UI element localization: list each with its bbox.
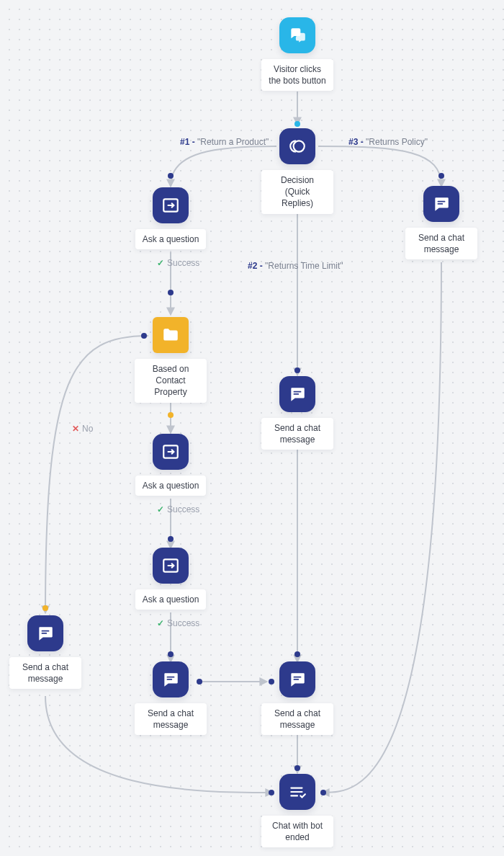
svg-rect-17 [294,391,302,393]
node-label: Ask a question [135,589,207,610]
svg-rect-20 [294,679,300,680]
node-decision[interactable]: Decision (Quick Replies) [261,128,333,214]
port-dot [168,412,174,418]
chat-icon [27,615,63,651]
port-dot [438,173,444,179]
node-ask-question-3[interactable]: Ask a question [135,548,207,610]
port-dot [168,173,174,179]
end-icon [279,774,315,810]
decision-icon [279,128,315,164]
input-icon [153,548,189,584]
input-icon [153,187,189,223]
node-label: Ask a question [135,229,207,249]
svg-rect-18 [294,393,300,395]
node-label: Visitor clicks the bots button [261,59,333,91]
chat-icon [153,661,189,697]
svg-rect-15 [167,677,175,678]
branch-1-label: #1 - "Return a Product" [180,137,269,147]
branch-3-label: #3 - "Returns Policy" [348,137,428,147]
node-label: Decision (Quick Replies) [261,170,333,214]
folder-icon [153,317,189,353]
port-dot [294,651,300,657]
svg-rect-19 [294,677,302,678]
svg-rect-14 [42,633,48,634]
port-dot [168,536,174,542]
node-label: Based on Contact Property [135,359,207,403]
port-dot [168,290,174,295]
port-dot [294,367,300,373]
port-dot [168,651,174,657]
input-icon [153,434,189,470]
port-dot [42,605,48,611]
branch-2-label: #2 - "Returns Time Limit" [248,261,343,271]
node-label: Send a chat message [261,703,333,735]
chat-icon [423,186,459,222]
node-end[interactable]: Chat with bot ended [261,774,333,847]
svg-rect-21 [438,201,446,202]
chat-icon [279,661,315,697]
node-send-chat-mid[interactable]: Send a chat message [261,376,333,450]
status-success-1: ✓Success [157,258,199,268]
node-label: Send a chat message [135,703,207,735]
node-send-chat-left[interactable]: Send a chat message [135,661,207,735]
status-success-2: ✓Success [157,504,199,514]
svg-point-9 [294,141,305,151]
status-success-3: ✓Success [157,618,199,628]
port-dot [294,765,300,771]
svg-rect-16 [167,679,173,680]
svg-rect-22 [438,203,444,205]
svg-rect-13 [42,630,50,632]
node-label: Send a chat message [405,228,477,259]
node-send-chat-right[interactable]: Send a chat message [405,186,477,259]
node-label: Send a chat message [261,418,333,450]
port-dot [294,121,300,127]
node-ask-question-1[interactable]: Ask a question [135,187,207,249]
chat-icon [279,376,315,412]
node-label: Ask a question [135,476,207,496]
node-ask-question-2[interactable]: Ask a question [135,434,207,496]
node-contact-property[interactable]: Based on Contact Property [135,317,207,403]
status-no: ✕No [72,424,93,434]
node-send-chat-no[interactable]: Send a chat message [9,615,81,689]
node-send-chat-mid2[interactable]: Send a chat message [261,661,333,735]
node-label: Send a chat message [9,657,81,689]
chat-start-icon [279,17,315,53]
node-start[interactable]: Visitor clicks the bots button [261,17,333,91]
node-label: Chat with bot ended [261,816,333,847]
